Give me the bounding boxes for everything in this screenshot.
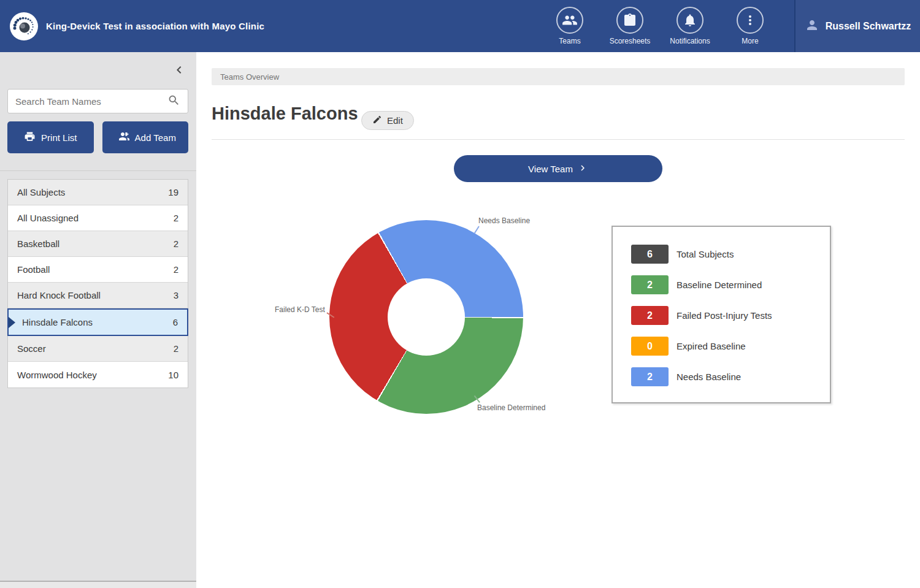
team-count: 3 xyxy=(174,290,178,300)
team-label: Football xyxy=(17,264,50,275)
chevron-left-icon xyxy=(172,63,186,77)
user-name: Russell Schwartzz xyxy=(826,21,911,32)
pencil-icon xyxy=(372,115,382,126)
expired-baseline-label: Expired Baseline xyxy=(677,341,746,351)
needs-baseline-badge: 2 xyxy=(631,367,669,386)
team-search-box xyxy=(7,89,188,113)
sidebar: Print List Add Team All Subjects 19 All … xyxy=(0,52,196,588)
baseline-determined-label: Baseline Determined xyxy=(677,280,762,290)
printer-icon xyxy=(24,131,36,144)
teams-icon xyxy=(556,7,583,34)
summary-panel: 6 Total Subjects 2 Baseline Determined 2… xyxy=(611,226,831,403)
team-label: Wormwood Hockey xyxy=(17,370,97,380)
nav-scoresheets-label: Scoresheets xyxy=(610,37,651,45)
team-label: Hard Knock Football xyxy=(17,290,101,300)
team-label: All Unassigned xyxy=(17,213,79,223)
team-count: 2 xyxy=(174,239,178,249)
app-title: King-Devick Test in association with May… xyxy=(46,21,264,31)
sidebar-item-hinsdale-falcons[interactable]: Hinsdale Falcons 6 xyxy=(7,308,188,336)
team-search-input[interactable] xyxy=(15,96,167,107)
edit-team-button[interactable]: Edit xyxy=(361,111,414,130)
needs-baseline-connector xyxy=(474,226,480,234)
sidebar-item-all-subjects[interactable]: All Subjects 19 xyxy=(8,180,188,205)
legend-row-needs-baseline: 2 Needs Baseline xyxy=(631,367,830,386)
group-add-icon xyxy=(115,129,129,146)
view-team-label: View Team xyxy=(528,164,573,174)
bell-icon xyxy=(677,7,703,34)
main-content: Teams Overview Hinsdale Falcons Edit Vie… xyxy=(196,52,920,588)
nav-more-label: More xyxy=(742,37,758,45)
sidebar-divider xyxy=(0,170,196,171)
team-count: 2 xyxy=(174,264,178,275)
nav-teams-label: Teams xyxy=(559,37,580,45)
slice-label-baseline-determined: Baseline Determined xyxy=(477,403,545,412)
team-count: 2 xyxy=(174,343,178,354)
chevron-right-icon xyxy=(577,162,588,175)
eye-logo-icon xyxy=(10,12,38,40)
sidebar-footer xyxy=(0,581,196,588)
failed-post-injury-badge: 2 xyxy=(631,306,669,325)
team-label: All Subjects xyxy=(17,187,65,197)
team-label: Hinsdale Falcons xyxy=(22,317,93,327)
sidebar-collapse-button[interactable] xyxy=(172,63,186,77)
sidebar-item-wormwood-hockey[interactable]: Wormwood Hockey 10 xyxy=(8,362,188,388)
page-title: Hinsdale Falcons xyxy=(212,104,358,124)
nav-notifications-button[interactable]: Notifications xyxy=(667,7,713,45)
legend-row-total-subjects: 6 Total Subjects xyxy=(631,245,830,264)
edit-label: Edit xyxy=(387,115,403,126)
nav-notifications-label: Notifications xyxy=(670,37,710,45)
view-team-button[interactable]: View Team xyxy=(454,155,662,182)
user-menu[interactable]: Russell Schwartzz xyxy=(794,0,920,52)
sidebar-item-soccer[interactable]: Soccer 2 xyxy=(8,336,188,362)
slice-label-needs-baseline: Needs Baseline xyxy=(478,216,530,225)
legend-row-expired-baseline: 0 Expired Baseline xyxy=(631,337,830,356)
baseline-determined-badge: 2 xyxy=(631,275,669,294)
team-label: Soccer xyxy=(17,343,46,354)
legend-row-failed-post-injury: 2 Failed Post-Injury Tests xyxy=(631,306,830,325)
add-team-button[interactable]: Add Team xyxy=(102,121,189,153)
person-icon xyxy=(805,18,819,35)
sidebar-item-hard-knock-football[interactable]: Hard Knock Football 3 xyxy=(8,283,188,308)
needs-baseline-label: Needs Baseline xyxy=(677,372,741,382)
donut-chart[interactable] xyxy=(329,220,523,414)
team-list: All Subjects 19 All Unassigned 2 Basketb… xyxy=(7,179,188,388)
app-header: King-Devick Test in association with May… xyxy=(0,0,920,52)
legend-row-baseline-determined: 2 Baseline Determined xyxy=(631,275,830,294)
sidebar-item-all-unassigned[interactable]: All Unassigned 2 xyxy=(8,205,188,231)
sidebar-item-basketball[interactable]: Basketball 2 xyxy=(8,231,188,257)
total-subjects-label: Total Subjects xyxy=(677,249,734,259)
nav-scoresheets-button[interactable]: Scoresheets xyxy=(607,7,653,45)
search-icon[interactable] xyxy=(167,94,180,109)
donut-hole xyxy=(388,278,465,356)
nav-more-button[interactable]: More xyxy=(727,7,773,45)
print-list-label: Print List xyxy=(41,132,77,143)
expired-baseline-badge: 0 xyxy=(631,337,669,356)
team-count: 2 xyxy=(174,213,178,223)
sidebar-actions: Print List Add Team xyxy=(7,121,188,153)
print-list-button[interactable]: Print List xyxy=(7,121,94,153)
title-divider xyxy=(212,139,905,140)
team-count: 10 xyxy=(168,370,178,380)
team-count: 19 xyxy=(168,187,178,197)
header-nav: Teams Scoresheets Notifications More xyxy=(546,7,773,45)
slice-label-failed-kd-test: Failed K-D Test xyxy=(275,305,325,314)
sidebar-item-football[interactable]: Football 2 xyxy=(8,257,188,283)
more-vertical-icon xyxy=(737,7,764,34)
add-team-label: Add Team xyxy=(135,132,176,143)
team-label: Basketball xyxy=(17,239,59,249)
total-subjects-badge: 6 xyxy=(631,245,669,264)
breadcrumb: Teams Overview xyxy=(212,68,905,85)
nav-teams-button[interactable]: Teams xyxy=(546,7,593,45)
team-count: 6 xyxy=(173,317,178,327)
scoresheets-icon xyxy=(616,7,643,34)
failed-post-injury-label: Failed Post-Injury Tests xyxy=(677,310,772,321)
breadcrumb-label: Teams Overview xyxy=(220,72,279,82)
